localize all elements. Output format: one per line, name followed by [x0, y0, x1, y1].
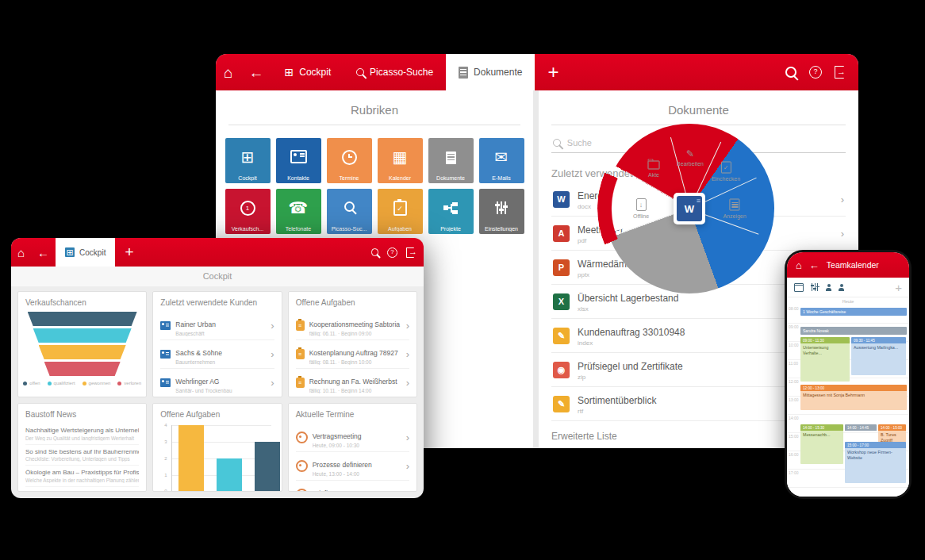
tile-verkaufschancen[interactable]: 1 Verkaufsch... [225, 189, 271, 234]
list-item[interactable]: Wehrlinger AG Sanitär- und Trockenbau › [160, 369, 274, 397]
folder-icon [648, 161, 660, 170]
card-title: Offene Aufgaben [160, 410, 274, 419]
card-title: Zuletzt verwendete Kunden [160, 298, 274, 307]
back-icon[interactable]: ← [809, 260, 819, 270]
news-item[interactable]: Effizienz in der Leadgenerierung So find… [25, 487, 139, 493]
funnel-segment [44, 362, 121, 376]
filter-sliders-icon[interactable] [811, 283, 819, 291]
list-item[interactable]: ≡ Kostenplanung Auftrag 78927 fällig: 08… [296, 340, 409, 369]
y-tick: 3 [164, 439, 167, 444]
list-item[interactable]: Rainer Urban Baugeschäft › [160, 312, 274, 340]
radial-item-einchecken[interactable]: ✓ Einchecken [712, 162, 740, 182]
pdf-file-icon: A [553, 225, 570, 242]
item-name: Wehrlinger AG [175, 378, 219, 385]
news-item[interactable]: Nachhaltige Wertsteigerung als Unternehm… [25, 424, 139, 445]
tab-dokumente[interactable]: Dokumente [446, 54, 535, 90]
tile-dokumente[interactable]: Dokumente [428, 138, 474, 183]
news-item[interactable]: Ökologie am Bau – Praxistipps für Profis… [25, 466, 139, 487]
doc-ext: zip [578, 374, 683, 381]
news-item[interactable]: So sind Sie bestens auf Ihr Bauherrenmee… [25, 445, 139, 466]
calendar-event[interactable]: 15:00 - 17:00 Workshop neue Firmen-Websi… [845, 442, 906, 483]
calendar-event[interactable]: 12:00 - 13:00 Mittagessen mit Sonja Behr… [800, 385, 907, 410]
allday-event[interactable]: 1 Woche Geschäftsreise [800, 308, 907, 316]
radial-item-bearbeiten[interactable]: ✎ Bearbeiten [677, 149, 704, 167]
item-sub: fällig: 06.11. · Beginn 09:00 [309, 331, 400, 336]
bar-C [255, 442, 280, 492]
home-icon[interactable]: ⌂ [216, 54, 240, 90]
tab-picasso-suche[interactable]: Picasso-Suche [344, 54, 446, 90]
list-item[interactable]: Vertragsmeeting Heute, 09:00 - 10:30 › [296, 424, 409, 452]
search-icon [344, 201, 355, 212]
radial-item-anzeigen[interactable]: Anzeigen [723, 199, 746, 219]
tile-label: E-Mails [480, 175, 524, 181]
item-sub: fällig: 08.11. · Beginn 10:00 [309, 359, 398, 365]
tile-emails[interactable]: ✉ E-Mails [479, 138, 524, 183]
radial-center-word-doc[interactable]: W [674, 193, 705, 224]
list-item[interactable]: Prozesse definieren Heute, 13:00 - 14:00… [296, 452, 409, 481]
time-label: 16:00 [789, 452, 799, 457]
allday-event[interactable]: Sandra Nowak [800, 327, 907, 335]
person-search-icon[interactable] [826, 288, 831, 291]
home-icon[interactable]: ⌂ [796, 260, 802, 270]
tile-projekte[interactable]: Projekte [428, 189, 474, 234]
chevron-right-icon: › [406, 489, 409, 492]
tile-aufgaben[interactable]: ✓ Aufgaben [378, 189, 423, 234]
list-item[interactable]: ≡ Kooperationsmeeting Sabtoria fällig: 0… [296, 312, 409, 340]
back-icon[interactable]: ← [31, 238, 56, 267]
tile-picasso-suche[interactable]: Picasso-Suc... [327, 189, 372, 234]
help-icon[interactable]: ? [809, 66, 822, 79]
tile-cockpit[interactable]: ⊞ Cockpit [225, 138, 271, 183]
tiles-icon: ⊞ [65, 247, 75, 257]
logout-icon[interactable] [835, 66, 844, 79]
add-tab-button[interactable]: + [535, 54, 571, 90]
legend-dot [48, 382, 52, 385]
radial-item-akte[interactable]: Akte [648, 161, 660, 178]
legend-label: offen [29, 381, 40, 385]
search-icon[interactable] [785, 67, 796, 78]
doc-ext: rtf [578, 408, 656, 415]
tab-cockpit[interactable]: ⊞ Cockpit [56, 238, 115, 267]
add-tab-button[interactable]: + [115, 238, 143, 267]
list-item[interactable]: ≡ Rechnung an Fa. Weißherbst fällig: 10.… [296, 369, 409, 397]
back-icon[interactable]: ← [240, 54, 271, 90]
tile-label: Aufgaben [378, 226, 422, 232]
list-item[interactable]: Briefing Messe Hannover Morgen, 11:00 - … [296, 481, 409, 492]
search-icon[interactable] [371, 248, 378, 255]
item-name: Sachs & Söhne [175, 349, 222, 357]
main-titlebar: ⌂ ← ⊞ Cockpit Picasso-Suche Dokumente + … [216, 54, 858, 90]
clipboard-icon: ≡ [296, 378, 305, 388]
event-time: 14:00 - 15:00 [878, 424, 906, 431]
y-tick: 4 [164, 423, 167, 428]
calendar-event[interactable]: 14:00 - 14:45 [845, 424, 877, 432]
calendar-event[interactable]: 09:00 - 11:30 Unterweisung Verhalte... [800, 337, 850, 382]
note-file-icon: ✎ [553, 328, 570, 344]
list-item[interactable]: Sachs & Söhne Bauunternehmen › [160, 340, 274, 369]
calendar-day-icon[interactable] [794, 283, 804, 292]
y-tick: 1 [164, 473, 167, 478]
item-sub: Heute, 13:00 - 14:00 [313, 471, 372, 477]
tile-termine[interactable]: Termine [327, 138, 372, 183]
time-label: 10:00 [789, 343, 799, 347]
calendar-event[interactable]: 09:30 - 11:45 Auswertung Mailingka... [851, 337, 906, 375]
document-icon [459, 67, 468, 79]
tab-cockpit[interactable]: ⊞ Cockpit [271, 54, 344, 90]
tile-telefonate[interactable]: ☎ Telefonate [276, 189, 321, 234]
help-icon[interactable]: ? [387, 247, 397, 258]
radial-item-offline[interactable]: ↓ Offline [633, 198, 649, 219]
tile-einstellungen[interactable]: Einstellungen [479, 189, 524, 234]
doc-check-icon: ✓ [720, 162, 731, 174]
rubriken-title: Rubriken [228, 90, 520, 125]
logout-icon[interactable] [406, 247, 414, 258]
tile-kalender[interactable]: ▦ Kalender [378, 138, 423, 183]
add-event-button[interactable]: + [895, 281, 902, 294]
card-title: Offene Aufgaben [296, 298, 409, 307]
person-icon[interactable] [839, 288, 844, 291]
tile-kontakte[interactable]: Kontakte [276, 138, 321, 183]
time-label: 14:00 [789, 416, 799, 420]
legend-label: qualifiziert [54, 381, 75, 385]
legend-label: verloren [124, 381, 141, 385]
clipboard-icon: ≡ [296, 320, 305, 331]
home-icon[interactable]: ⌂ [11, 238, 31, 267]
sliders-icon [495, 201, 508, 214]
calendar-event[interactable]: 14:00 - 15:30 Messenachb... [800, 424, 843, 464]
